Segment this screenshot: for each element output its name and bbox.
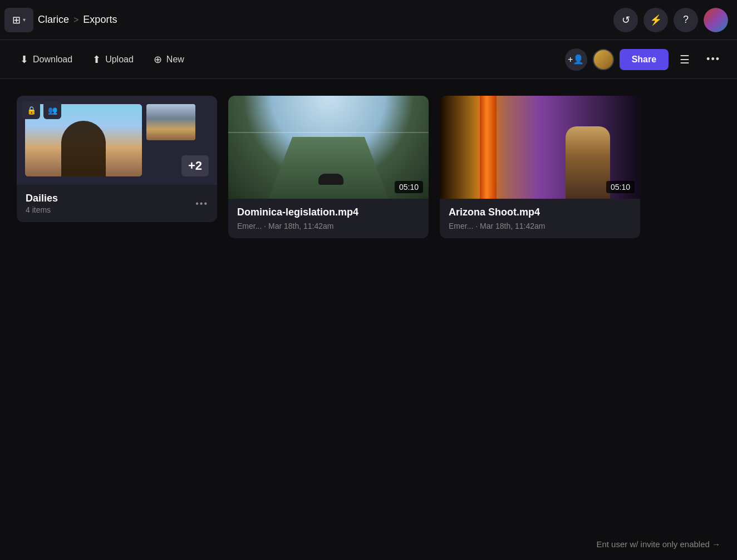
- help-button[interactable]: ?: [674, 8, 698, 32]
- help-icon: ?: [683, 14, 689, 26]
- lightning-icon: ⚡: [650, 14, 662, 26]
- lock-icon: 🔒: [27, 106, 36, 115]
- upload-button[interactable]: ⬆ Upload: [83, 49, 143, 70]
- person-silhouette: [61, 121, 106, 176]
- topbar: ⊞ ▾ Clarice > Exports ↺ ⚡ ?: [0, 0, 737, 40]
- more-options-button[interactable]: •••: [701, 50, 726, 68]
- folder-name: Dailies: [26, 193, 58, 204]
- neon-pillar: [480, 96, 497, 199]
- upload-label: Upload: [105, 55, 134, 65]
- folder-badges: 🔒 👥: [22, 101, 61, 119]
- folder-count: 4 items: [26, 205, 58, 214]
- avatar: [704, 8, 728, 32]
- folder-card-dailies[interactable]: +2 🔒 👥 Dailies 4 items •••: [17, 96, 217, 222]
- folder-more-button[interactable]: •••: [195, 199, 208, 209]
- add-person-button[interactable]: +👤: [565, 48, 587, 71]
- user-avatar-button[interactable]: [704, 8, 728, 32]
- more-icon: •••: [706, 53, 720, 65]
- plus-circle-icon: ⊕: [154, 53, 162, 66]
- people-badge: 👥: [43, 101, 61, 119]
- upload-icon: ⬆: [92, 53, 101, 66]
- person-figure: [566, 126, 610, 199]
- video-meta-arizona: Emer... · Mar 18th, 11:42am: [449, 222, 631, 230]
- refresh-icon: ↺: [622, 14, 630, 26]
- folder-thumbnail: +2 🔒 👥: [17, 96, 217, 185]
- list-view-icon: ☰: [680, 53, 690, 66]
- people-icon: 👥: [48, 106, 57, 115]
- video-duration-dominica: 05:10: [395, 181, 423, 193]
- logo-icon: ⊞: [12, 14, 21, 26]
- video-name-dominica: Dominica-legislation.mp4: [237, 207, 420, 218]
- download-icon: ⬇: [20, 53, 28, 66]
- breadcrumb-separator: >: [73, 15, 78, 25]
- toolbar: ⬇ Download ⬆ Upload ⊕ New +👤 Share ☰ •••: [0, 40, 737, 79]
- breadcrumb-current: Exports: [83, 14, 117, 26]
- logo-button[interactable]: ⊞ ▾: [4, 8, 33, 32]
- racing-horizon: [228, 132, 429, 133]
- bridge-image: [146, 104, 195, 140]
- video-name-arizona: Arizona Shoot.mp4: [449, 207, 631, 218]
- video-thumbnail-shoot: 05:10: [440, 96, 640, 199]
- video-duration-arizona: 05:10: [606, 181, 635, 193]
- footer-text[interactable]: Ent user w/ invite only enabled →: [596, 539, 720, 549]
- download-label: Download: [33, 55, 72, 65]
- new-button[interactable]: ⊕ New: [145, 49, 193, 70]
- topbar-left: ⊞ ▾ Clarice > Exports: [4, 8, 117, 32]
- chevron-down-icon: ▾: [23, 17, 26, 23]
- refresh-button[interactable]: ↺: [613, 8, 638, 32]
- folder-info: Dailies 4 items •••: [17, 185, 217, 222]
- collaborator-avatar[interactable]: [593, 49, 614, 70]
- video-info-arizona: Arizona Shoot.mp4 Emer... · Mar 18th, 11…: [440, 199, 640, 238]
- lightning-button[interactable]: ⚡: [643, 8, 668, 32]
- video-info-dominica: Dominica-legislation.mp4 Emer... · Mar 1…: [228, 199, 429, 238]
- folder-details: Dailies 4 items: [26, 193, 58, 214]
- racing-road: [268, 137, 389, 199]
- new-label: New: [166, 55, 184, 65]
- lock-badge: 🔒: [22, 101, 40, 119]
- footer-bar: Ent user w/ invite only enabled →: [596, 539, 720, 549]
- share-button[interactable]: Share: [620, 49, 669, 70]
- main-content: +2 🔒 👥 Dailies 4 items •••: [0, 79, 737, 255]
- breadcrumb: Clarice > Exports: [38, 14, 117, 26]
- racing-car: [318, 174, 343, 185]
- video-thumbnail-racing: 05:10: [228, 96, 429, 199]
- add-person-icon: +👤: [568, 54, 584, 65]
- list-view-button[interactable]: ☰: [674, 50, 695, 70]
- topbar-right: ↺ ⚡ ?: [613, 8, 728, 32]
- folder-thumb-secondary: [146, 104, 195, 140]
- video-card-dominica[interactable]: 05:10 Dominica-legislation.mp4 Emer... ·…: [228, 96, 429, 238]
- video-card-arizona[interactable]: 05:10 Arizona Shoot.mp4 Emer... · Mar 18…: [440, 96, 640, 238]
- folder-extra-count: +2: [181, 155, 209, 176]
- breadcrumb-home[interactable]: Clarice: [38, 14, 69, 26]
- download-button[interactable]: ⬇ Download: [11, 49, 81, 70]
- video-meta-dominica: Emer... · Mar 18th, 11:42am: [237, 222, 420, 230]
- share-label: Share: [632, 55, 656, 64]
- toolbar-right: +👤 Share ☰ •••: [565, 48, 726, 71]
